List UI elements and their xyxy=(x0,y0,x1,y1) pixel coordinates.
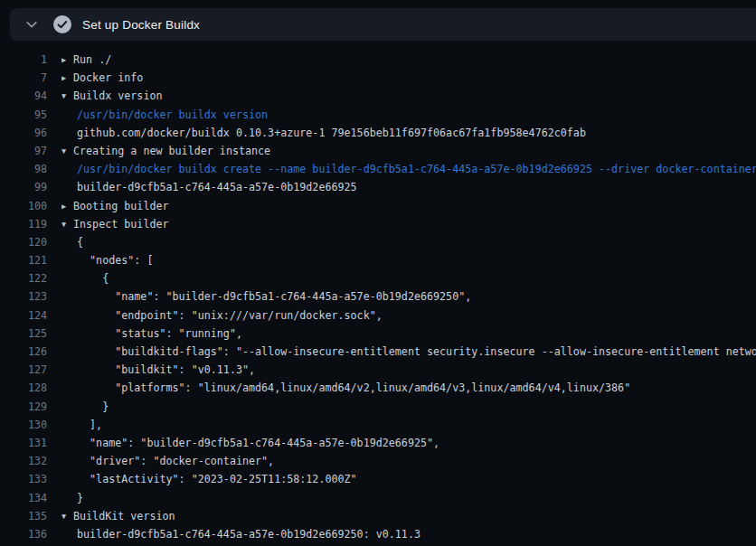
triangle-right-icon: ▶ xyxy=(61,51,73,69)
chevron-down-icon xyxy=(25,18,38,31)
log-line[interactable]: 100 ▶Booting builder xyxy=(0,197,756,215)
log-line: 132 "driver": "docker-container", xyxy=(0,452,756,470)
log-line: 134 } xyxy=(0,489,756,507)
check-circle-icon xyxy=(53,15,71,33)
line-number[interactable]: 96 xyxy=(0,124,47,142)
log-line: 123 "name": "builder-d9cfb5a1-c764-445a-… xyxy=(0,287,756,306)
log-viewer[interactable]: 1 ▶Run ./ 7 ▶Docker info 94 ▼Buildx vers… xyxy=(0,40,756,546)
log-text: /usr/bin/docker buildx version xyxy=(77,108,268,121)
line-number[interactable]: 126 xyxy=(0,343,47,361)
log-line[interactable]: 135 ▼BuildKit version xyxy=(0,507,756,525)
triangle-down-icon: ▼ xyxy=(61,215,73,233)
log-text: } xyxy=(77,492,83,504)
log-line: 124 "endpoint": "unix:///var/run/docker.… xyxy=(0,306,756,325)
log-text: BuildKit version xyxy=(73,510,175,522)
step-header: Set up Docker Buildx xyxy=(10,8,756,41)
line-number[interactable]: 131 xyxy=(0,434,47,452)
line-number[interactable]: 125 xyxy=(0,325,47,343)
collapse-step-button[interactable] xyxy=(19,12,44,37)
log-line: 136 builder-d9cfb5a1-c764-445a-a57e-0b19… xyxy=(0,525,756,543)
line-number[interactable]: 1 xyxy=(0,51,47,69)
log-text: Run ./ xyxy=(73,53,111,66)
log-text: "endpoint": "unix:///var/run/docker.sock… xyxy=(77,309,383,322)
log-text: "buildkit": "v0.11.3", xyxy=(77,363,255,376)
log-line: 127 "buildkit": "v0.11.3", xyxy=(0,361,756,379)
log-line: 126 "buildkitd-flags": "--allow-insecure… xyxy=(0,343,756,361)
line-number[interactable]: 134 xyxy=(0,489,47,507)
log-text: ], xyxy=(77,419,102,431)
log-text: { xyxy=(77,272,109,285)
line-number[interactable]: 133 xyxy=(0,470,47,488)
log-text: "status": "running", xyxy=(77,327,242,340)
log-line: 133 "lastActivity": "2023-02-25T11:58:12… xyxy=(0,470,756,488)
log-text: builder-d9cfb5a1-c764-445a-a57e-0b19d2e6… xyxy=(77,528,421,541)
log-text: "nodes": [ xyxy=(77,254,153,267)
line-number[interactable]: 120 xyxy=(0,233,47,251)
log-text: } xyxy=(77,400,109,413)
log-text: builder-d9cfb5a1-c764-445a-a57e-0b19d2e6… xyxy=(77,181,357,193)
line-number[interactable]: 98 xyxy=(0,160,47,178)
line-number[interactable]: 128 xyxy=(0,379,47,397)
line-number[interactable]: 132 xyxy=(0,452,47,470)
line-number[interactable]: 97 xyxy=(0,142,47,160)
line-number[interactable]: 129 xyxy=(0,398,47,416)
log-line: 129 } xyxy=(0,398,756,416)
log-text: "lastActivity": "2023-02-25T11:58:12.000… xyxy=(77,473,357,485)
line-number[interactable]: 119 xyxy=(0,215,47,233)
line-number[interactable]: 124 xyxy=(0,306,47,325)
log-text: "driver": "docker-container", xyxy=(77,455,274,467)
log-line: 120 { xyxy=(0,233,756,251)
log-line[interactable]: 97 ▼Creating a new builder instance xyxy=(0,142,756,160)
log-line: 128 "platforms": "linux/amd64,linux/amd6… xyxy=(0,379,756,397)
log-line: 130 ], xyxy=(0,416,756,434)
log-line: 99 builder-d9cfb5a1-c764-445a-a57e-0b19d… xyxy=(0,178,756,196)
triangle-down-icon: ▼ xyxy=(61,87,73,105)
line-number[interactable]: 7 xyxy=(0,69,47,87)
log-text: github.com/docker/buildx 0.10.3+azure-1 … xyxy=(77,127,586,139)
log-text: { xyxy=(77,236,83,249)
log-line: 95 /usr/bin/docker buildx version xyxy=(0,106,756,124)
log-line: 96 github.com/docker/buildx 0.10.3+azure… xyxy=(0,124,756,142)
log-text: Booting builder xyxy=(73,200,169,212)
log-line[interactable]: 1 ▶Run ./ xyxy=(0,51,756,69)
triangle-down-icon: ▼ xyxy=(61,507,73,525)
log-line[interactable]: 119 ▼Inspect builder xyxy=(0,215,756,233)
log-line: 121 "nodes": [ xyxy=(0,251,756,269)
line-number[interactable]: 130 xyxy=(0,416,47,434)
line-number[interactable]: 136 xyxy=(0,525,47,543)
line-number[interactable]: 94 xyxy=(0,87,47,105)
triangle-right-icon: ▶ xyxy=(61,69,73,87)
log-line: 125 "status": "running", xyxy=(0,325,756,343)
step-title: Set up Docker Buildx xyxy=(82,18,200,32)
log-line: 98 /usr/bin/docker buildx create --name … xyxy=(0,160,756,178)
log-text: Buildx version xyxy=(73,89,163,102)
log-text: "name": "builder-d9cfb5a1-c764-445a-a57e… xyxy=(77,290,471,303)
line-number[interactable]: 95 xyxy=(0,106,47,124)
log-text: Creating a new builder instance xyxy=(73,145,270,157)
log-line[interactable]: 94 ▼Buildx version xyxy=(0,87,756,105)
line-number[interactable]: 99 xyxy=(0,178,47,196)
triangle-down-icon: ▼ xyxy=(61,142,73,160)
log-line: 122 { xyxy=(0,269,756,287)
line-number[interactable]: 100 xyxy=(0,197,47,215)
log-text: Docker info xyxy=(73,71,143,84)
line-number[interactable]: 127 xyxy=(0,361,47,379)
log-text: "platforms": "linux/amd64,linux/amd64/v2… xyxy=(77,381,630,394)
triangle-right-icon: ▶ xyxy=(61,197,73,215)
log-text: "buildkitd-flags": "--allow-insecure-ent… xyxy=(77,345,756,358)
log-text: Inspect builder xyxy=(73,218,169,231)
log-text: /usr/bin/docker buildx create --name bui… xyxy=(77,163,756,175)
line-number[interactable]: 122 xyxy=(0,269,47,287)
line-number[interactable]: 121 xyxy=(0,251,47,269)
log-line: 131 "name": "builder-d9cfb5a1-c764-445a-… xyxy=(0,434,756,452)
line-number[interactable]: 135 xyxy=(0,507,47,525)
line-number[interactable]: 123 xyxy=(0,287,47,306)
log-line[interactable]: 7 ▶Docker info xyxy=(0,69,756,87)
log-text: "name": "builder-d9cfb5a1-c764-445a-a57e… xyxy=(77,437,439,449)
